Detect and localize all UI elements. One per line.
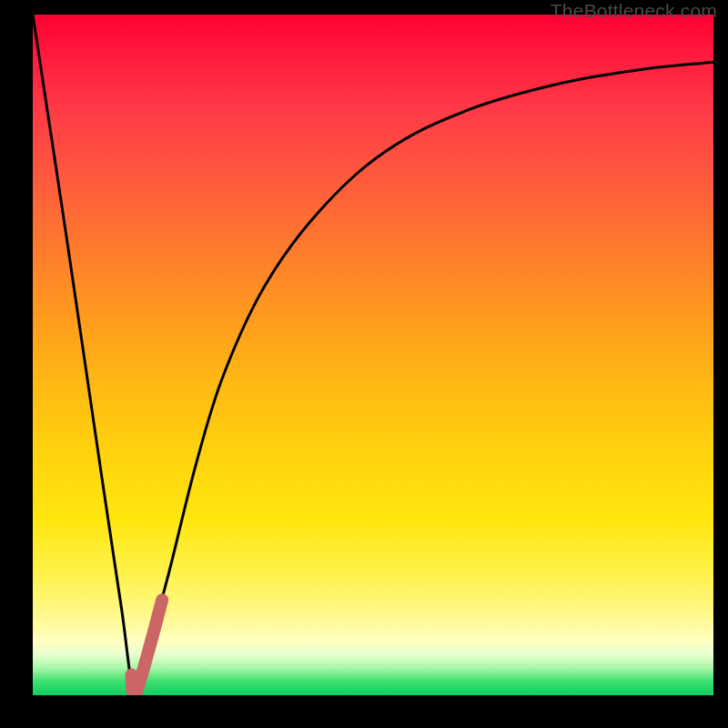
highlight-segment xyxy=(131,600,162,695)
chart-svg xyxy=(33,15,713,695)
bottleneck-curve xyxy=(33,15,713,695)
chart-frame: TheBottleneck.com xyxy=(0,0,728,728)
watermark-text: TheBottleneck.com xyxy=(551,0,717,22)
chart-plot-area xyxy=(33,15,713,695)
